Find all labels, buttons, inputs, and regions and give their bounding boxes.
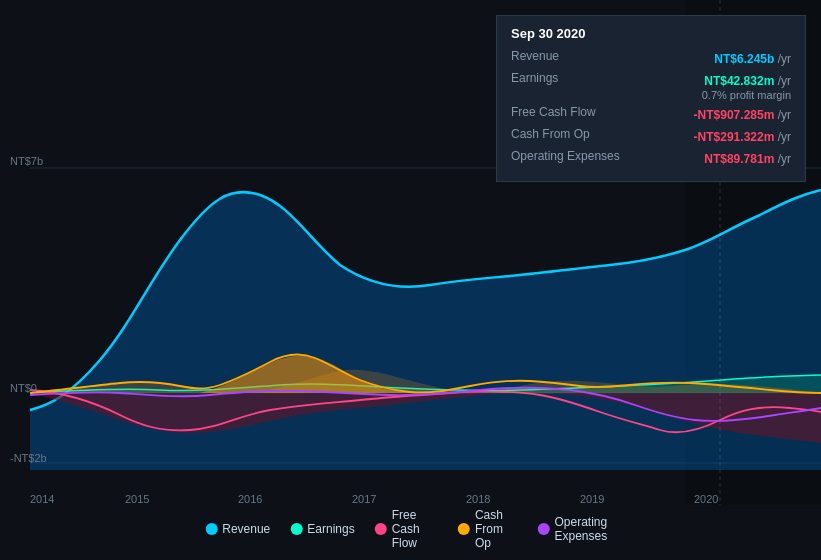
legend-item-cashop[interactable]: Cash From Op: [458, 508, 518, 550]
x-label-2017: 2017: [352, 493, 376, 505]
info-value-earnings: NT$42.832m /yr: [704, 74, 791, 88]
info-label-revenue: Revenue: [511, 49, 559, 63]
profit-margin-text: 0.7% profit margin: [702, 89, 791, 101]
chart-legend: Revenue Earnings Free Cash Flow Cash Fro…: [205, 508, 616, 550]
legend-dot-cashop: [458, 523, 470, 535]
legend-dot-earnings: [290, 523, 302, 535]
legend-label-fcf: Free Cash Flow: [392, 508, 438, 550]
legend-label-revenue: Revenue: [222, 522, 270, 536]
x-label-2018: 2018: [466, 493, 490, 505]
x-label-2020: 2020: [694, 493, 718, 505]
info-label-earnings: Earnings: [511, 71, 558, 85]
info-row-cashop: Cash From Op -NT$291.322m /yr: [511, 127, 791, 145]
legend-item-fcf[interactable]: Free Cash Flow: [375, 508, 438, 550]
legend-label-cashop: Cash From Op: [475, 508, 518, 550]
info-value-opex: NT$89.781m /yr: [704, 152, 791, 166]
info-tooltip: Sep 30 2020 Revenue NT$6.245b /yr Earnin…: [496, 15, 806, 182]
info-row-fcf: Free Cash Flow -NT$907.285m /yr: [511, 105, 791, 123]
info-value-cashop: -NT$291.322m /yr: [694, 130, 791, 144]
info-value-fcf: -NT$907.285m /yr: [694, 108, 791, 122]
x-label-2014: 2014: [30, 493, 54, 505]
x-label-2015: 2015: [125, 493, 149, 505]
legend-item-earnings[interactable]: Earnings: [290, 522, 354, 536]
info-label-opex: Operating Expenses: [511, 149, 620, 163]
info-date: Sep 30 2020: [511, 26, 791, 41]
legend-label-earnings: Earnings: [307, 522, 354, 536]
info-row-earnings: Earnings NT$42.832m /yr 0.7% profit marg…: [511, 71, 791, 101]
x-label-2019: 2019: [580, 493, 604, 505]
info-value-revenue: NT$6.245b /yr: [714, 52, 791, 66]
info-row-opex: Operating Expenses NT$89.781m /yr: [511, 149, 791, 167]
legend-item-opex[interactable]: Operating Expenses: [538, 515, 616, 543]
legend-item-revenue[interactable]: Revenue: [205, 522, 270, 536]
info-label-cashop: Cash From Op: [511, 127, 590, 141]
legend-label-opex: Operating Expenses: [555, 515, 616, 543]
info-label-fcf: Free Cash Flow: [511, 105, 596, 119]
legend-dot-revenue: [205, 523, 217, 535]
y-label-7b: NT$7b: [10, 155, 43, 167]
info-row-revenue: Revenue NT$6.245b /yr: [511, 49, 791, 67]
x-label-2016: 2016: [238, 493, 262, 505]
y-label-0: NT$0: [10, 382, 37, 394]
legend-dot-opex: [538, 523, 550, 535]
legend-dot-fcf: [375, 523, 387, 535]
y-label-neg2b: -NT$2b: [10, 452, 47, 464]
